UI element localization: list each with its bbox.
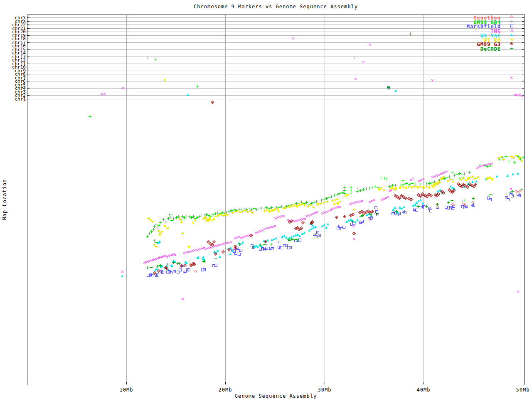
scatter-point bbox=[179, 268, 182, 271]
scatter-point bbox=[229, 253, 232, 255]
scatter-point bbox=[436, 203, 439, 206]
scatter-point bbox=[347, 193, 350, 196]
scatter-point bbox=[415, 209, 418, 212]
scatter-point bbox=[170, 213, 172, 216]
x-tick bbox=[126, 382, 127, 384]
chromosome-line bbox=[27, 78, 524, 78]
scatter-point bbox=[395, 210, 398, 213]
scatter-point bbox=[356, 187, 359, 190]
scatter-point bbox=[361, 214, 364, 217]
scatter-point bbox=[451, 180, 454, 183]
scatter-point bbox=[146, 57, 149, 59]
legend-item-decode: DeCODE bbox=[438, 46, 501, 52]
scatter-point bbox=[350, 192, 352, 195]
scatter-point bbox=[166, 227, 169, 230]
scatter-point bbox=[370, 217, 373, 219]
x-axis-label: Genome Sequence Assembly bbox=[27, 393, 525, 399]
chrom-tick-left bbox=[27, 60, 30, 60]
scatter-point bbox=[172, 261, 175, 264]
scatter-point bbox=[417, 205, 420, 208]
chrom-tick-left bbox=[27, 74, 30, 74]
chrom-tick-left bbox=[27, 35, 30, 36]
scatter-point bbox=[275, 237, 277, 239]
chrom-tick-right bbox=[522, 28, 524, 29]
scatter-point bbox=[421, 202, 424, 204]
scatter-point bbox=[251, 211, 254, 214]
scatter-point bbox=[214, 257, 217, 260]
scatter-point bbox=[356, 219, 359, 221]
scatter-point bbox=[161, 271, 164, 274]
scatter-point bbox=[476, 176, 479, 179]
scatter-point bbox=[491, 178, 494, 181]
scatter-point bbox=[387, 86, 390, 89]
scatter-point bbox=[187, 245, 190, 248]
chromosome-line bbox=[27, 57, 524, 57]
chrom-tick-left bbox=[27, 49, 30, 50]
scatter-point bbox=[158, 240, 161, 243]
scatter-point bbox=[277, 241, 280, 244]
scatter-point bbox=[187, 261, 190, 264]
x-tick bbox=[225, 382, 226, 384]
chrom-tick-left bbox=[27, 67, 30, 67]
chrom-tick-left bbox=[27, 92, 30, 92]
y-axis-label: Map Location bbox=[2, 175, 7, 224]
scatter-point bbox=[326, 200, 329, 203]
scatter-point bbox=[465, 205, 468, 208]
x-tick-label: 40Mb bbox=[411, 387, 436, 393]
chart-screenshot: Chromosome 9 Markers vs Genome Sequence … bbox=[0, 0, 532, 399]
scatter-point bbox=[368, 187, 371, 190]
chrom-tick-right bbox=[522, 85, 524, 85]
scatter-point bbox=[419, 199, 422, 201]
chrom-tick-right bbox=[522, 32, 524, 32]
scatter-point bbox=[171, 265, 173, 267]
scatter-point bbox=[154, 58, 157, 61]
scatter-point bbox=[409, 32, 412, 35]
scatter-point bbox=[385, 177, 388, 180]
scatter-point bbox=[238, 253, 241, 256]
scatter-point bbox=[194, 219, 197, 222]
scatter-point bbox=[279, 246, 282, 249]
scatter-point bbox=[241, 241, 244, 244]
chromosome-line bbox=[27, 85, 524, 85]
chrom-tick-right bbox=[522, 42, 524, 43]
scatter-point bbox=[277, 209, 280, 212]
scatter-point bbox=[425, 205, 428, 208]
scatter-point bbox=[219, 255, 221, 258]
scatter-point bbox=[312, 206, 315, 209]
chrom-tick-right bbox=[522, 21, 524, 22]
scatter-point bbox=[451, 171, 454, 174]
scatter-point bbox=[296, 238, 298, 241]
chrom-tick-right bbox=[522, 81, 524, 81]
scatter-point bbox=[490, 193, 493, 196]
scatter-point bbox=[151, 220, 154, 223]
scatter-point bbox=[502, 158, 505, 161]
scatter-point bbox=[238, 243, 241, 246]
scatter-point bbox=[401, 179, 404, 182]
scatter-point bbox=[325, 226, 328, 229]
scatter-point bbox=[520, 160, 523, 163]
scatter-point bbox=[519, 156, 522, 159]
scatter-point bbox=[403, 206, 405, 208]
scatter-point bbox=[511, 190, 514, 193]
scatter-point bbox=[411, 182, 414, 185]
chrom-tick-left bbox=[27, 32, 30, 32]
scatter-point bbox=[155, 223, 158, 226]
scatter-point bbox=[158, 224, 160, 227]
scatter-point bbox=[170, 271, 172, 274]
chrom-tick-left bbox=[27, 88, 30, 89]
scatter-point bbox=[438, 181, 441, 184]
scatter-point bbox=[270, 243, 273, 246]
plus-icon bbox=[510, 20, 513, 23]
scatter-point bbox=[375, 212, 378, 215]
scatter-point bbox=[252, 246, 255, 249]
scatter-point bbox=[159, 264, 162, 267]
chrom-tick-right bbox=[522, 92, 524, 92]
scatter-point bbox=[447, 201, 450, 204]
scatter-point bbox=[121, 275, 123, 277]
scatter-point bbox=[203, 260, 206, 263]
scatter-point bbox=[496, 175, 498, 177]
scatter-point bbox=[506, 174, 509, 177]
chrom-tick-right bbox=[522, 46, 524, 46]
scatter-point bbox=[382, 189, 385, 192]
scatter-point bbox=[146, 266, 149, 269]
